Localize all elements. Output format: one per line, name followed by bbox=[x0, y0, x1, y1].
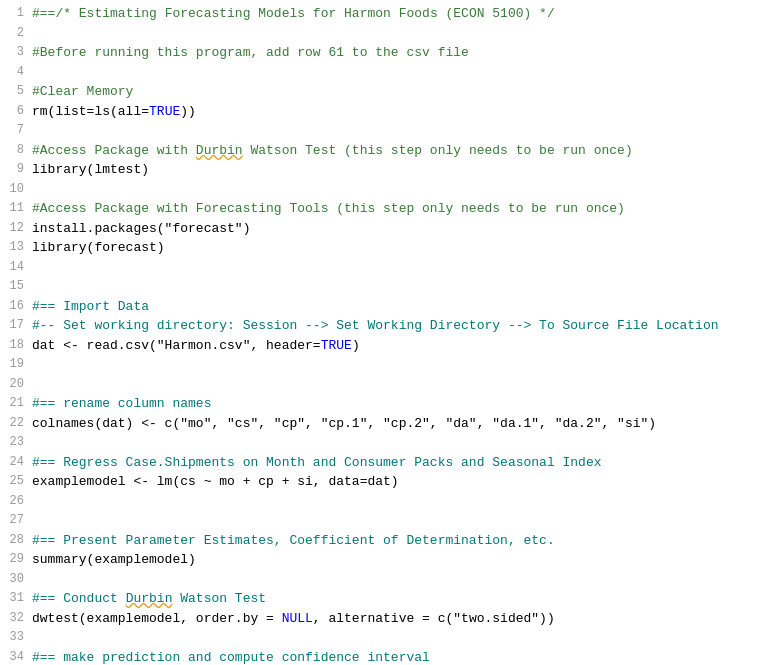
token: #== rename column names bbox=[32, 396, 211, 411]
line-number: 18 bbox=[0, 336, 32, 354]
line-number: 11 bbox=[0, 199, 32, 217]
line-content bbox=[32, 180, 782, 200]
code-line: 18dat <- read.csv("Harmon.csv", header=T… bbox=[0, 336, 782, 356]
token: Durbin bbox=[196, 143, 243, 158]
line-number: 23 bbox=[0, 433, 32, 451]
token: #== Present Parameter Estimates, Coeffic… bbox=[32, 533, 555, 548]
code-line: 29summary(examplemodel) bbox=[0, 550, 782, 570]
line-number: 31 bbox=[0, 589, 32, 607]
token: install.packages("forecast") bbox=[32, 221, 250, 236]
code-line: 23 bbox=[0, 433, 782, 453]
code-line: 11#Access Package with Forecasting Tools… bbox=[0, 199, 782, 219]
line-number: 24 bbox=[0, 453, 32, 471]
token: #==/ bbox=[32, 6, 63, 21]
line-content: dat <- read.csv("Harmon.csv", header=TRU… bbox=[32, 336, 782, 356]
line-content: #==/* Estimating Forecasting Models for … bbox=[32, 4, 782, 24]
line-number: 10 bbox=[0, 180, 32, 198]
token: #== make prediction and compute confiden… bbox=[32, 650, 430, 665]
code-line: 31#== Conduct Durbin Watson Test bbox=[0, 589, 782, 609]
line-number: 15 bbox=[0, 277, 32, 295]
token: #Access Package with Forecasting Tools (… bbox=[32, 201, 625, 216]
line-number: 33 bbox=[0, 628, 32, 646]
code-line: 15 bbox=[0, 277, 782, 297]
code-line: 22colnames(dat) <- c("mo", "cs", "cp", "… bbox=[0, 414, 782, 434]
code-line: 10 bbox=[0, 180, 782, 200]
token: Watson Test bbox=[172, 591, 266, 606]
line-number: 22 bbox=[0, 414, 32, 432]
line-content bbox=[32, 63, 782, 83]
token: * Estimating Forecasting Models for Harm… bbox=[63, 6, 554, 21]
token: #== Import Data bbox=[32, 299, 149, 314]
line-content bbox=[32, 355, 782, 375]
token: summary(examplemodel) bbox=[32, 552, 196, 567]
code-editor: 1#==/* Estimating Forecasting Models for… bbox=[0, 0, 782, 665]
line-content bbox=[32, 492, 782, 512]
line-number: 19 bbox=[0, 355, 32, 373]
token: #Access Package with bbox=[32, 143, 196, 158]
line-content: #Access Package with Forecasting Tools (… bbox=[32, 199, 782, 219]
token: ) bbox=[352, 338, 360, 353]
line-content bbox=[32, 258, 782, 278]
code-line: 2 bbox=[0, 24, 782, 44]
line-content bbox=[32, 628, 782, 648]
code-line: 16#== Import Data bbox=[0, 297, 782, 317]
line-content: #-- Set working directory: Session --> S… bbox=[32, 316, 782, 336]
line-number: 17 bbox=[0, 316, 32, 334]
token: examplemodel <- lm(cs ~ mo + cp + si, da… bbox=[32, 474, 399, 489]
token: TRUE bbox=[149, 104, 180, 119]
code-line: 20 bbox=[0, 375, 782, 395]
line-number: 4 bbox=[0, 63, 32, 81]
code-line: 32dwtest(examplemodel, order.by = NULL, … bbox=[0, 609, 782, 629]
line-content: install.packages("forecast") bbox=[32, 219, 782, 239]
line-number: 3 bbox=[0, 43, 32, 61]
line-content: #== make prediction and compute confiden… bbox=[32, 648, 782, 666]
line-number: 25 bbox=[0, 472, 32, 490]
line-number: 20 bbox=[0, 375, 32, 393]
code-line: 12install.packages("forecast") bbox=[0, 219, 782, 239]
line-number: 32 bbox=[0, 609, 32, 627]
line-number: 14 bbox=[0, 258, 32, 276]
line-content: dwtest(examplemodel, order.by = NULL, al… bbox=[32, 609, 782, 629]
line-content: #== Import Data bbox=[32, 297, 782, 317]
token: dwtest(examplemodel, order.by = bbox=[32, 611, 282, 626]
token: #== Regress Case.Shipments on Month and … bbox=[32, 455, 602, 470]
code-line: 13library(forecast) bbox=[0, 238, 782, 258]
line-content: #Clear Memory bbox=[32, 82, 782, 102]
line-content bbox=[32, 511, 782, 531]
line-number: 16 bbox=[0, 297, 32, 315]
code-line: 3#Before running this program, add row 6… bbox=[0, 43, 782, 63]
code-line: 34#== make prediction and compute confid… bbox=[0, 648, 782, 666]
token: , alternative = c("two.sided")) bbox=[313, 611, 555, 626]
code-line: 1#==/* Estimating Forecasting Models for… bbox=[0, 4, 782, 24]
code-line: 7 bbox=[0, 121, 782, 141]
line-content: #Access Package with Durbin Watson Test … bbox=[32, 141, 782, 161]
code-line: 27 bbox=[0, 511, 782, 531]
token: )) bbox=[180, 104, 196, 119]
code-line: 26 bbox=[0, 492, 782, 512]
token: library(forecast) bbox=[32, 240, 165, 255]
line-content: #Before running this program, add row 61… bbox=[32, 43, 782, 63]
line-number: 27 bbox=[0, 511, 32, 529]
line-number: 21 bbox=[0, 394, 32, 412]
line-content: colnames(dat) <- c("mo", "cs", "cp", "cp… bbox=[32, 414, 782, 434]
line-number: 1 bbox=[0, 4, 32, 22]
code-line: 9library(lmtest) bbox=[0, 160, 782, 180]
line-number: 2 bbox=[0, 24, 32, 42]
token: #Before running this program, add row 61… bbox=[32, 45, 469, 60]
code-line: 6rm(list=ls(all=TRUE)) bbox=[0, 102, 782, 122]
line-number: 7 bbox=[0, 121, 32, 139]
line-content: library(lmtest) bbox=[32, 160, 782, 180]
code-line: 19 bbox=[0, 355, 782, 375]
token: #-- Set working directory: Session --> S… bbox=[32, 318, 719, 333]
line-number: 29 bbox=[0, 550, 32, 568]
line-content: rm(list=ls(all=TRUE)) bbox=[32, 102, 782, 122]
code-line: 24#== Regress Case.Shipments on Month an… bbox=[0, 453, 782, 473]
line-content: #== rename column names bbox=[32, 394, 782, 414]
token: Watson Test (this step only needs to be … bbox=[243, 143, 633, 158]
line-number: 5 bbox=[0, 82, 32, 100]
line-content: #== Regress Case.Shipments on Month and … bbox=[32, 453, 782, 473]
code-line: 4 bbox=[0, 63, 782, 83]
line-content: examplemodel <- lm(cs ~ mo + cp + si, da… bbox=[32, 472, 782, 492]
code-line: 8#Access Package with Durbin Watson Test… bbox=[0, 141, 782, 161]
line-content: summary(examplemodel) bbox=[32, 550, 782, 570]
